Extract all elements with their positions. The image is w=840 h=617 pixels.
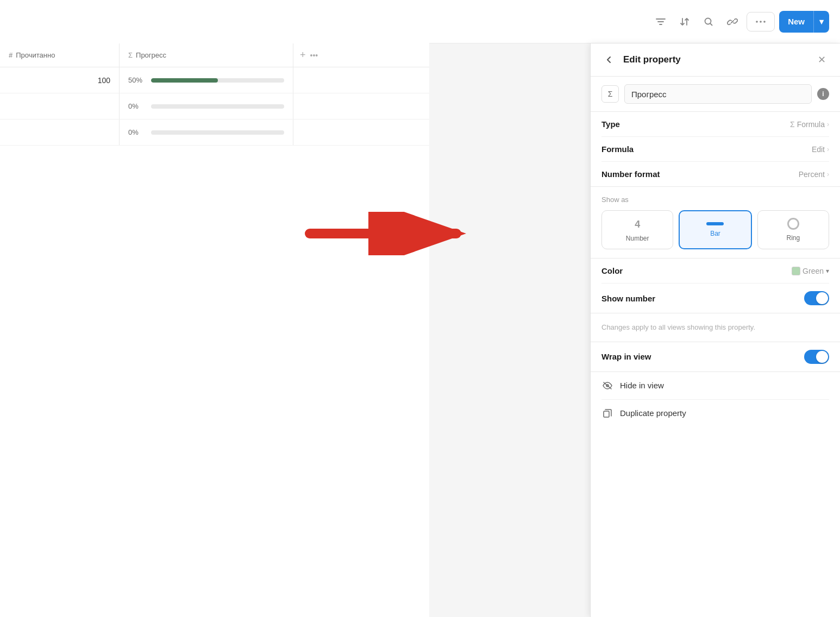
col-read-label: Прочитанно: [16, 51, 55, 59]
sigma-type-icon: Σ: [790, 120, 795, 129]
hash-icon: #: [9, 51, 12, 59]
color-value-text: Green: [803, 267, 824, 275]
type-value[interactable]: Σ Formula ›: [790, 120, 829, 129]
number-format-value[interactable]: Percent ›: [799, 170, 829, 179]
notice-section: Changes apply to all views showing this …: [591, 313, 840, 342]
show-number-label: Show number: [601, 294, 655, 303]
table-row: 0%: [0, 119, 429, 146]
filter-icon[interactable]: [651, 12, 670, 32]
number-format-label: Number format: [601, 169, 660, 179]
color-row: Color Green ▾: [601, 259, 829, 284]
hide-in-view-row[interactable]: Hide in view: [601, 372, 829, 400]
sort-icon[interactable]: [675, 12, 694, 32]
cell-read-0: 100: [0, 67, 120, 93]
progress-bar-bg-1: [151, 104, 284, 109]
close-button[interactable]: ✕: [814, 52, 829, 67]
svg-point-6: [763, 21, 766, 23]
chevron-down-color: ▾: [826, 267, 829, 275]
panel-title: Edit property: [623, 54, 807, 65]
chevron-right-type: ›: [827, 121, 829, 128]
new-button-dropdown[interactable]: ▾: [813, 11, 829, 33]
color-value[interactable]: Green ▾: [792, 267, 829, 275]
field-name-input[interactable]: [624, 84, 812, 104]
new-button-label: New: [779, 11, 813, 33]
duplicate-property-row[interactable]: Duplicate property: [601, 400, 829, 427]
more-icon[interactable]: [747, 12, 775, 32]
new-button[interactable]: New ▾: [779, 11, 829, 33]
color-section: Color Green ▾ Show number: [591, 259, 840, 313]
type-value-text: Formula: [797, 120, 825, 129]
field-type-icon: Σ: [601, 85, 619, 103]
wrap-toggle-knob: [816, 351, 828, 363]
main-table-area: # Прочитанно Σ Прогресс + ••• 100 50%: [0, 0, 429, 617]
formula-value[interactable]: Edit ›: [812, 145, 829, 154]
number-format-row: Number format Percent ›: [601, 162, 829, 186]
search-icon[interactable]: [699, 12, 718, 32]
hide-icon: [601, 380, 613, 392]
panel-header: Edit property ✕: [591, 43, 840, 77]
bar-option-label: Bar: [710, 230, 720, 237]
table: # Прочитанно Σ Прогресс + ••• 100 50%: [0, 43, 429, 617]
wrap-row: Wrap in view: [601, 342, 829, 372]
show-as-options: 4 Number Bar Ring: [601, 210, 829, 249]
type-row: Type Σ Formula ›: [601, 112, 829, 137]
number-option-label: Number: [626, 235, 649, 242]
dots-icon[interactable]: •••: [310, 51, 318, 60]
svg-point-4: [756, 21, 758, 23]
hide-in-view-label: Hide in view: [620, 381, 664, 390]
progress-bar-bg-0: [151, 78, 284, 83]
show-as-ring-option[interactable]: Ring: [757, 210, 829, 249]
property-details-section: Type Σ Formula › Formula Edit › Number f…: [591, 112, 840, 187]
table-row: 100 50%: [0, 67, 429, 93]
ring-display-icon: [787, 218, 799, 230]
number-display-icon: 4: [635, 218, 640, 230]
svg-point-5: [760, 21, 762, 23]
plus-icon[interactable]: +: [300, 49, 306, 61]
chevron-right-format: ›: [827, 171, 829, 178]
show-as-bar-option[interactable]: Bar: [679, 210, 751, 249]
wrap-toggle[interactable]: [804, 350, 829, 364]
color-dot: [792, 267, 800, 275]
show-as-section: Show as 4 Number Bar Ring: [591, 187, 840, 259]
chevron-right-formula: ›: [827, 146, 829, 153]
formula-label: Formula: [601, 144, 634, 154]
formula-row: Formula Edit ›: [601, 137, 829, 162]
color-label: Color: [601, 266, 623, 275]
cell-read-1: [0, 93, 120, 119]
col-progress-label: Прогресс: [136, 51, 166, 59]
back-button[interactable]: [601, 52, 617, 67]
edit-property-panel: Edit property ✕ Σ i Type Σ Formula › For…: [590, 43, 840, 617]
table-header: # Прочитанно Σ Прогресс + •••: [0, 43, 429, 67]
bottom-actions: Hide in view Duplicate property: [591, 372, 840, 427]
sigma-small-icon: Σ: [608, 90, 613, 98]
show-number-toggle[interactable]: [804, 291, 829, 305]
sigma-icon: Σ: [128, 51, 133, 59]
bar-display-icon: [706, 222, 724, 225]
info-icon[interactable]: i: [817, 88, 829, 100]
show-as-label: Show as: [601, 196, 829, 204]
wrap-section: Wrap in view: [591, 342, 840, 372]
col-read-header: # Прочитанно: [0, 43, 120, 67]
ring-option-label: Ring: [786, 234, 800, 242]
field-name-row: Σ i: [591, 77, 840, 112]
notice-text: Changes apply to all views showing this …: [601, 322, 829, 333]
table-row: 0%: [0, 93, 429, 119]
wrap-label: Wrap in view: [601, 352, 651, 361]
cell-progress-1: 0%: [120, 93, 293, 119]
duplicate-icon: [601, 407, 613, 419]
type-label: Type: [601, 119, 620, 129]
toggle-knob: [816, 292, 828, 304]
col-progress-header: Σ Прогресс: [120, 43, 293, 67]
duplicate-property-label: Duplicate property: [620, 408, 686, 418]
cell-read-2: [0, 119, 120, 145]
cell-progress-0: 50%: [120, 67, 293, 93]
show-as-number-option[interactable]: 4 Number: [601, 210, 673, 249]
number-format-value-text: Percent: [799, 170, 825, 179]
cell-progress-2: 0%: [120, 119, 293, 145]
progress-bar-fill-0: [151, 78, 218, 83]
progress-bar-bg-2: [151, 130, 284, 135]
link-icon[interactable]: [723, 12, 742, 32]
show-number-row: Show number: [601, 284, 829, 313]
col-add-header: + •••: [293, 43, 324, 67]
svg-rect-10: [604, 411, 609, 417]
